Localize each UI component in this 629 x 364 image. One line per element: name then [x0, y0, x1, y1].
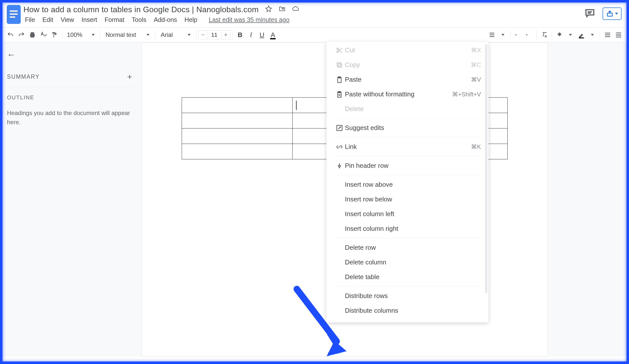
line-spacing-button[interactable] [486, 30, 497, 40]
increase-indent-button[interactable] [524, 30, 535, 40]
collapse-outline-button[interactable]: ← [7, 50, 133, 60]
suggest-icon [334, 124, 345, 131]
chevron-down-icon [615, 13, 618, 15]
outline-empty-hint: Headings you add to the document will ap… [7, 108, 133, 127]
ctx-copy: Copy ⌘C [326, 58, 488, 72]
header-right [585, 7, 622, 20]
font-size-increase[interactable]: + [221, 30, 230, 39]
font-size-box: − 11 + [198, 30, 230, 39]
ctx-insert-row-below[interactable]: Insert row below [326, 192, 488, 207]
svg-rect-5 [579, 38, 584, 39]
font-value: Arial [161, 31, 173, 38]
move-folder-icon[interactable] [279, 5, 286, 14]
undo-button[interactable] [5, 30, 16, 40]
outline-heading: OUTLINE [7, 94, 133, 101]
menu-file[interactable]: File [24, 16, 36, 24]
menu-tools[interactable]: Tools [131, 16, 147, 24]
zoom-value: 100% [67, 31, 82, 38]
font-size-input[interactable]: 11 [207, 30, 221, 39]
highlight-color-button[interactable] [576, 30, 587, 40]
ctx-suggest-edits[interactable]: Suggest edits [326, 120, 488, 135]
chevron-down-icon [147, 34, 150, 36]
fill-color-button[interactable] [554, 30, 565, 40]
print-button[interactable] [27, 30, 38, 40]
ctx-link[interactable]: Link ⌘K [326, 139, 488, 154]
svg-point-7 [337, 51, 339, 53]
context-menu-scrollbar[interactable] [485, 44, 487, 293]
bold-button[interactable]: B [235, 30, 245, 40]
ctx-delete: Delete [326, 101, 488, 116]
decrease-indent-button[interactable] [513, 30, 524, 40]
last-edit-info[interactable]: Last edit was 35 minutes ago [209, 16, 290, 23]
ctx-cut: Cut ⌘X [326, 43, 488, 58]
more-button[interactable] [613, 30, 624, 40]
chevron-down-icon [188, 34, 191, 36]
scissors-icon [334, 47, 345, 54]
style-value: Normal text [105, 31, 136, 38]
titlebar: How to add a column to tables in Google … [0, 0, 629, 27]
outline-sidebar: ← SUMMARY + OUTLINE Headings you add to … [0, 42, 140, 357]
menu-format[interactable]: Format [104, 16, 125, 24]
italic-button[interactable]: I [245, 30, 256, 40]
copy-icon [334, 62, 345, 69]
redo-button[interactable] [16, 30, 27, 40]
ctx-insert-column-left[interactable]: Insert column left [326, 207, 488, 221]
clipboard-plain-icon [334, 91, 345, 98]
svg-rect-1 [10, 10, 18, 12]
ctx-distribute-columns[interactable]: Distribute columns [326, 303, 488, 318]
ctx-pin-header-row[interactable]: Pin header row [326, 158, 488, 173]
menu-view[interactable]: View [60, 16, 75, 24]
cloud-status-icon[interactable] [292, 5, 299, 14]
chevron-down-icon [92, 34, 95, 36]
svg-rect-9 [337, 63, 341, 66]
ctx-paste-plain[interactable]: Paste without formatting ⌘+Shift+V [326, 87, 488, 101]
workspace: ← SUMMARY + OUTLINE Headings you add to … [0, 42, 629, 357]
toolbar: 100% Normal text Arial − 11 + B I U A [0, 27, 629, 42]
ctx-delete-table[interactable]: Delete table [326, 270, 488, 284]
menu-bar: File Edit View Insert Format Tools Add-o… [23, 16, 624, 24]
add-summary-button[interactable]: + [127, 72, 133, 82]
open-comments-button[interactable] [585, 8, 595, 19]
context-menu: Cut ⌘X Copy ⌘C Paste ⌘V Paste without fo… [326, 42, 488, 322]
menu-help[interactable]: Help [183, 16, 198, 24]
menu-edit[interactable]: Edit [41, 16, 54, 24]
ctx-distribute-rows[interactable]: Distribute rows [326, 288, 488, 303]
svg-rect-2 [10, 13, 18, 15]
paragraph-style-select[interactable]: Normal text [102, 31, 153, 38]
share-button[interactable] [603, 7, 622, 20]
summary-heading: SUMMARY [7, 74, 40, 80]
menu-insert[interactable]: Insert [80, 16, 98, 24]
highlight-caret[interactable] [587, 30, 598, 40]
ctx-delete-column[interactable]: Delete column [326, 255, 488, 270]
docs-logo-icon[interactable] [5, 3, 22, 25]
star-icon[interactable] [265, 5, 272, 14]
editing-mode-button[interactable] [602, 30, 613, 40]
text-color-button[interactable]: A [267, 30, 278, 40]
font-size-decrease[interactable]: − [198, 30, 207, 39]
clipboard-icon [334, 76, 345, 83]
underline-button[interactable]: U [256, 30, 267, 40]
ctx-insert-column-right[interactable]: Insert column right [326, 221, 488, 236]
paint-format-button[interactable] [49, 30, 60, 40]
spellcheck-button[interactable] [38, 30, 49, 40]
doc-title[interactable]: How to add a column to tables in Google … [23, 5, 259, 14]
zoom-select[interactable]: 100% [64, 31, 98, 38]
ctx-delete-row[interactable]: Delete row [326, 240, 488, 255]
svg-point-6 [337, 48, 339, 50]
svg-rect-8 [338, 64, 342, 67]
font-select[interactable]: Arial [157, 31, 194, 38]
clear-formatting-button[interactable] [539, 30, 550, 40]
link-icon [334, 143, 345, 150]
line-spacing-caret[interactable] [497, 30, 508, 40]
svg-rect-3 [10, 16, 15, 18]
ctx-paste[interactable]: Paste ⌘V [326, 72, 488, 87]
menu-addons[interactable]: Add-ons [153, 16, 178, 24]
fill-color-caret[interactable] [565, 30, 576, 40]
pin-icon [334, 162, 345, 169]
ctx-insert-row-above[interactable]: Insert row above [326, 177, 488, 192]
